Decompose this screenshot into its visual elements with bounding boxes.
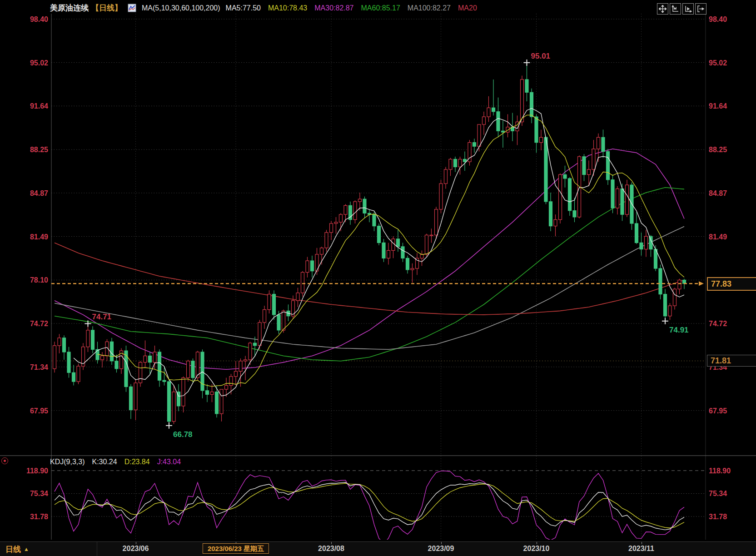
candle-body (187, 361, 190, 378)
candle-body (535, 117, 538, 143)
candle-body (454, 159, 457, 167)
candle-body (225, 386, 228, 389)
candle-body (67, 352, 70, 372)
candle-body (387, 250, 390, 258)
ma-legend-item: MA20 (458, 4, 477, 12)
candle-body (77, 366, 80, 382)
kdj-tick-left: 75.34 (30, 490, 48, 497)
candle-body (254, 343, 257, 346)
candle-body (91, 330, 94, 349)
kdj-lines (55, 471, 684, 543)
pan-exit-icon[interactable] (695, 3, 706, 15)
price-tick-left: 71.34 (30, 363, 48, 371)
candle-body (568, 179, 572, 211)
candle-body (382, 243, 385, 258)
annotations: 74.7166.7895.0174.91 (85, 52, 689, 439)
month-label: 2023/10 (516, 545, 557, 553)
candle-body (406, 258, 409, 269)
candle-body (115, 361, 118, 369)
month-label: 2023/09 (421, 545, 462, 553)
ma-legend-item: MA10:78.43 (268, 4, 307, 12)
price-tick-right: 84.87 (709, 189, 727, 197)
kdj-tick-right: 75.34 (709, 490, 727, 497)
candle-body (397, 239, 400, 247)
kdj-tick-left: 31.78 (30, 513, 48, 521)
ma10-line (98, 115, 685, 386)
candle-body (573, 211, 576, 217)
candle-body (401, 247, 404, 258)
candle-body (640, 243, 643, 249)
candle-body (659, 268, 662, 294)
candle-body (582, 157, 586, 175)
kdj-k-value: K:30.24 (92, 458, 117, 466)
candle-body (339, 214, 343, 222)
candle-body (220, 389, 223, 414)
candle-body (587, 169, 591, 174)
last-price-box: 77.83 (707, 277, 756, 291)
candle-body (439, 184, 443, 209)
ma30-line (55, 149, 684, 369)
candle-body (277, 315, 280, 330)
candle-body (492, 108, 495, 111)
candle-body (301, 273, 304, 293)
candle-body (330, 223, 333, 233)
kdj-header: KDJ(9,3,3) K:30.24 D:23.84 J:43.04 (50, 458, 181, 466)
indicator-target-icon[interactable] (1, 457, 8, 464)
extreme-value-label: 74.91 (669, 326, 689, 334)
candle-body (344, 205, 347, 214)
candle-body (72, 372, 75, 382)
price-tick-left: 81.49 (30, 233, 48, 241)
candle-body (101, 356, 104, 359)
candle-body (621, 189, 624, 215)
candle-body (626, 185, 629, 214)
candle-body (668, 306, 671, 316)
candle-body (58, 338, 61, 346)
candle-body (563, 174, 567, 178)
candle-body (392, 239, 395, 250)
candle-body (635, 223, 638, 243)
candle-body (325, 233, 328, 248)
candle-body (411, 268, 414, 270)
candle-body (306, 261, 309, 272)
axis-labels: 98.4098.4095.0295.0291.6491.6488.2588.25… (26, 15, 731, 521)
price-tick-left: 67.95 (30, 407, 48, 415)
price-tick-left: 95.02 (30, 59, 48, 67)
month-tick (331, 542, 332, 544)
candle-body (201, 352, 204, 391)
chart-toolbar (657, 3, 706, 15)
candle-body (664, 294, 667, 316)
candle-body (530, 92, 533, 117)
candlestick-chart[interactable]: 98.4098.4095.0295.0291.6491.6488.2588.25… (0, 0, 756, 556)
candle-body (444, 169, 448, 184)
kdj-tick-left: 118.90 (26, 467, 48, 475)
axis-scale-left-icon[interactable] (670, 3, 681, 15)
price-arrow-icon (699, 281, 704, 286)
candle-body (540, 137, 543, 142)
current-price-line (51, 278, 756, 286)
period-selector[interactable]: 日线▲ (5, 544, 29, 555)
ma-legend-item: MA60:85.17 (361, 4, 400, 12)
candle-body (525, 79, 528, 92)
candles[interactable] (53, 63, 686, 426)
indicator-chart-icon[interactable] (128, 4, 136, 12)
period-label: 日线 (5, 545, 21, 554)
price-tick-right: 91.64 (709, 102, 727, 110)
candle-body (282, 311, 285, 330)
level-price-box: 71.81 (707, 355, 756, 367)
candle-body (435, 209, 438, 235)
month-tick (537, 542, 537, 544)
axis-scale-right-icon[interactable] (682, 3, 694, 15)
candle-body (373, 214, 376, 226)
candle-body (554, 219, 557, 226)
price-tick-left: 84.87 (30, 189, 48, 197)
move-crosshair-icon[interactable] (657, 3, 668, 15)
candle-body (521, 79, 524, 122)
ma-legend: MA5:77.50MA10:78.43MA30:82.87MA60:85.17M… (226, 4, 477, 12)
ma-legend-item: MA100:82.27 (408, 4, 451, 12)
candle-body (597, 137, 600, 149)
candle-body (158, 352, 161, 380)
candle-body (497, 112, 500, 131)
candle-body (602, 137, 605, 151)
candle-body (487, 108, 490, 117)
symbol-title: 美原油连续 (50, 3, 89, 13)
